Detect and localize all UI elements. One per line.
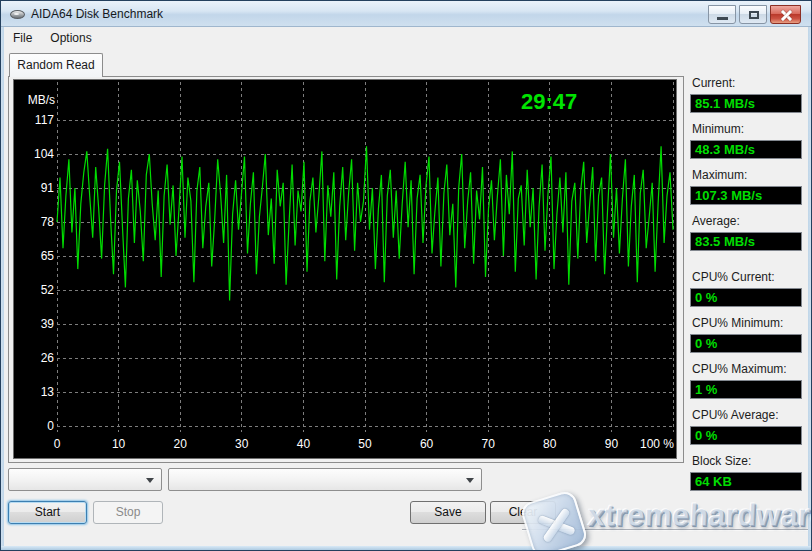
stat-cpu-current-value: 0 % xyxy=(690,288,802,307)
svg-text:100 %: 100 % xyxy=(640,437,674,451)
tab-random-read[interactable]: Random Read xyxy=(9,53,103,77)
svg-text:91: 91 xyxy=(41,181,55,195)
divider xyxy=(522,529,808,531)
window-controls xyxy=(708,5,801,24)
titlebar[interactable]: AIDA64 Disk Benchmark xyxy=(1,1,811,27)
svg-text:0: 0 xyxy=(54,437,61,451)
menubar: File Options xyxy=(4,28,808,48)
svg-text:39: 39 xyxy=(41,317,55,331)
maximize-button[interactable] xyxy=(739,5,767,24)
stat-minimum-value: 48.3 MB/s xyxy=(690,140,802,159)
stat-cpu-average-value: 0 % xyxy=(690,426,802,445)
stat-minimum-label: Minimum: xyxy=(692,122,804,136)
tab-page: 0102030405060708090100 %0132639526578911… xyxy=(8,76,684,463)
stop-button[interactable]: Stop xyxy=(93,501,163,524)
stat-current-value: 85.1 MB/s xyxy=(690,94,802,113)
stat-cpu-current: CPU% Current: 0 % xyxy=(690,270,804,307)
stat-cpu-maximum-label: CPU% Maximum: xyxy=(692,362,804,376)
stat-current: Current: 85.1 MB/s xyxy=(690,76,804,113)
svg-text:29:47: 29:47 xyxy=(521,89,577,114)
stat-cpu-maximum: CPU% Maximum: 1 % xyxy=(690,362,804,399)
stat-block-size: Block Size: 64 KB xyxy=(690,454,804,491)
svg-text:30: 30 xyxy=(235,437,249,451)
stat-cpu-minimum: CPU% Minimum: 0 % xyxy=(690,316,804,353)
window-frame-right xyxy=(808,27,811,550)
chevron-down-icon xyxy=(466,478,474,483)
svg-text:40: 40 xyxy=(297,437,311,451)
stat-maximum-label: Maximum: xyxy=(692,168,804,182)
stat-cpu-minimum-label: CPU% Minimum: xyxy=(692,316,804,330)
stat-average-value: 83.5 MB/s xyxy=(690,232,802,251)
stat-average: Average: 83.5 MB/s xyxy=(690,214,804,251)
menu-file[interactable]: File xyxy=(4,28,41,48)
drive-select[interactable]: Disk Drive #0 [SAMSUNG HD154UI] (1397.3 … xyxy=(168,468,482,491)
clear-button[interactable]: Clear xyxy=(490,501,556,524)
svg-text:78: 78 xyxy=(41,215,55,229)
stats-panel: Current: 85.1 MB/s Minimum: 48.3 MB/s Ma… xyxy=(690,76,804,500)
start-button[interactable]: Start xyxy=(8,501,87,524)
stat-cpu-average: CPU% Average: 0 % xyxy=(690,408,804,445)
svg-text:20: 20 xyxy=(174,437,188,451)
svg-text:52: 52 xyxy=(41,283,55,297)
stat-cpu-minimum-value: 0 % xyxy=(690,334,802,353)
stat-block-size-label: Block Size: xyxy=(692,454,804,468)
stat-cpu-maximum-value: 1 % xyxy=(690,380,802,399)
svg-text:65: 65 xyxy=(41,249,55,263)
stat-average-label: Average: xyxy=(692,214,804,228)
svg-text:60: 60 xyxy=(420,437,434,451)
stat-cpu-average-label: CPU% Average: xyxy=(692,408,804,422)
maximize-icon xyxy=(749,11,759,19)
svg-text:90: 90 xyxy=(605,437,619,451)
menu-options[interactable]: Options xyxy=(41,28,100,48)
benchmark-graph-panel: 0102030405060708090100 %0132639526578911… xyxy=(13,79,677,459)
client-area: File Options Random Read 010203040506070… xyxy=(4,28,808,546)
svg-text:0: 0 xyxy=(47,419,54,433)
stat-current-label: Current: xyxy=(692,76,804,90)
svg-text:50: 50 xyxy=(358,437,372,451)
stat-cpu-current-label: CPU% Current: xyxy=(692,270,804,284)
disk-icon xyxy=(10,10,25,19)
benchmark-type-select[interactable]: Random Read xyxy=(8,468,162,491)
stat-maximum: Maximum: 107.3 MB/s xyxy=(690,168,804,205)
stat-block-size-value: 64 KB xyxy=(690,472,802,491)
minimize-button[interactable] xyxy=(708,5,736,24)
svg-text:26: 26 xyxy=(41,351,55,365)
app-window: AIDA64 Disk Benchmark File Options Rando… xyxy=(0,0,812,551)
chevron-down-icon xyxy=(146,478,154,483)
window-title: AIDA64 Disk Benchmark xyxy=(31,7,163,21)
window-frame-bottom xyxy=(1,546,811,550)
stat-minimum: Minimum: 48.3 MB/s xyxy=(690,122,804,159)
svg-text:70: 70 xyxy=(482,437,496,451)
svg-text:10: 10 xyxy=(112,437,126,451)
benchmark-chart: 0102030405060708090100 %0132639526578911… xyxy=(14,80,676,458)
svg-text:80: 80 xyxy=(543,437,557,451)
svg-text:117: 117 xyxy=(35,113,54,127)
minimize-icon xyxy=(717,17,728,20)
svg-text:13: 13 xyxy=(41,385,55,399)
svg-text:104: 104 xyxy=(34,147,54,161)
close-button[interactable] xyxy=(770,5,801,24)
stat-maximum-value: 107.3 MB/s xyxy=(690,186,802,205)
save-button[interactable]: Save xyxy=(410,501,486,524)
svg-text:MB/s: MB/s xyxy=(28,93,55,107)
